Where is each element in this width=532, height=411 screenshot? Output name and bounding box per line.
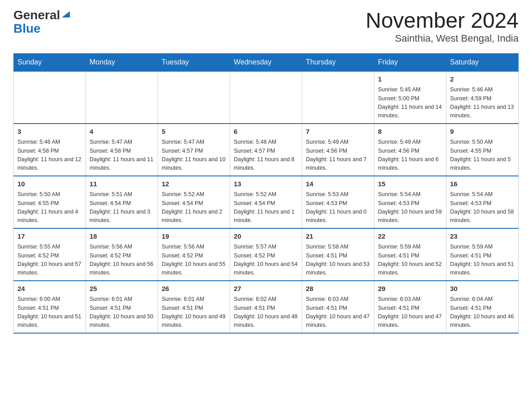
sun-info: Sunrise: 6:03 AMSunset: 4:51 PMDaylight:… (378, 295, 442, 330)
calendar-cell: 20Sunrise: 5:57 AMSunset: 4:52 PMDayligh… (230, 228, 302, 281)
title-section: November 2024 Sainthia, West Bengal, Ind… (365, 9, 519, 44)
day-number: 19 (162, 231, 226, 242)
month-title: November 2024 (365, 9, 519, 33)
sun-info: Sunrise: 5:58 AMSunset: 4:51 PMDaylight:… (306, 243, 370, 278)
sun-info: Sunrise: 5:49 AMSunset: 4:56 PMDaylight:… (378, 138, 442, 173)
column-header-saturday: Saturday (446, 53, 519, 71)
day-number: 7 (306, 127, 370, 137)
calendar-cell (14, 71, 86, 124)
sun-info: Sunrise: 6:03 AMSunset: 4:51 PMDaylight:… (306, 295, 370, 330)
calendar-cell: 9Sunrise: 5:50 AMSunset: 4:55 PMDaylight… (446, 124, 519, 176)
day-number: 15 (378, 179, 442, 189)
calendar-week-row: 10Sunrise: 5:50 AMSunset: 4:55 PMDayligh… (14, 176, 519, 228)
logo: General Blue (13, 9, 71, 36)
sun-info: Sunrise: 5:56 AMSunset: 4:52 PMDaylight:… (90, 243, 154, 278)
calendar-cell (230, 71, 302, 124)
sun-info: Sunrise: 6:02 AMSunset: 4:51 PMDaylight:… (234, 295, 298, 330)
sun-info: Sunrise: 5:59 AMSunset: 4:51 PMDaylight:… (450, 243, 515, 278)
day-number: 22 (378, 231, 442, 242)
day-number: 21 (306, 231, 370, 242)
day-number: 5 (162, 127, 226, 137)
sun-info: Sunrise: 5:46 AMSunset: 4:58 PMDaylight:… (17, 138, 82, 173)
calendar-cell (302, 71, 374, 124)
calendar-cell: 10Sunrise: 5:50 AMSunset: 4:55 PMDayligh… (14, 176, 86, 228)
calendar-table: SundayMondayTuesdayWednesdayThursdayFrid… (13, 53, 519, 334)
day-number: 28 (306, 284, 370, 294)
day-number: 26 (162, 284, 226, 294)
sun-info: Sunrise: 6:00 AMSunset: 4:51 PMDaylight:… (17, 295, 82, 330)
calendar-cell: 25Sunrise: 6:01 AMSunset: 4:51 PMDayligh… (86, 281, 158, 333)
calendar-cell: 14Sunrise: 5:53 AMSunset: 4:53 PMDayligh… (302, 176, 374, 228)
calendar-cell: 7Sunrise: 5:49 AMSunset: 4:56 PMDaylight… (302, 124, 374, 176)
calendar-cell: 19Sunrise: 5:56 AMSunset: 4:52 PMDayligh… (158, 228, 230, 281)
column-header-wednesday: Wednesday (230, 53, 302, 71)
day-number: 14 (306, 179, 370, 189)
calendar-cell: 16Sunrise: 5:54 AMSunset: 4:53 PMDayligh… (446, 176, 519, 228)
day-number: 27 (234, 284, 298, 294)
calendar-cell: 23Sunrise: 5:59 AMSunset: 4:51 PMDayligh… (446, 228, 519, 281)
day-number: 10 (17, 179, 82, 189)
sun-info: Sunrise: 5:59 AMSunset: 4:51 PMDaylight:… (378, 243, 442, 278)
sun-info: Sunrise: 5:50 AMSunset: 4:55 PMDaylight:… (450, 138, 515, 173)
logo-blue: Blue (13, 21, 71, 36)
sun-info: Sunrise: 5:45 AMSunset: 5:00 PMDaylight:… (378, 86, 442, 120)
calendar-cell: 12Sunrise: 5:52 AMSunset: 4:54 PMDayligh… (158, 176, 230, 228)
calendar-cell: 11Sunrise: 5:51 AMSunset: 4:54 PMDayligh… (86, 176, 158, 228)
calendar-cell: 13Sunrise: 5:52 AMSunset: 4:54 PMDayligh… (230, 176, 302, 228)
calendar-cell: 29Sunrise: 6:03 AMSunset: 4:51 PMDayligh… (374, 281, 446, 333)
calendar-cell: 15Sunrise: 5:54 AMSunset: 4:53 PMDayligh… (374, 176, 446, 228)
calendar-week-row: 1Sunrise: 5:45 AMSunset: 5:00 PMDaylight… (14, 71, 519, 124)
calendar-header-row: SundayMondayTuesdayWednesdayThursdayFrid… (14, 53, 519, 71)
day-number: 12 (162, 179, 226, 189)
column-header-sunday: Sunday (14, 53, 86, 71)
day-number: 20 (234, 231, 298, 242)
column-header-friday: Friday (374, 53, 446, 71)
day-number: 24 (17, 284, 82, 294)
calendar-cell: 26Sunrise: 6:01 AMSunset: 4:51 PMDayligh… (158, 281, 230, 333)
sun-info: Sunrise: 5:56 AMSunset: 4:52 PMDaylight:… (162, 243, 226, 278)
calendar-cell: 22Sunrise: 5:59 AMSunset: 4:51 PMDayligh… (374, 228, 446, 281)
calendar-cell: 27Sunrise: 6:02 AMSunset: 4:51 PMDayligh… (230, 281, 302, 333)
sun-info: Sunrise: 5:48 AMSunset: 4:57 PMDaylight:… (234, 138, 298, 173)
sun-info: Sunrise: 5:57 AMSunset: 4:52 PMDaylight:… (234, 243, 298, 278)
calendar-cell: 30Sunrise: 6:04 AMSunset: 4:51 PMDayligh… (446, 281, 519, 333)
calendar-week-row: 3Sunrise: 5:46 AMSunset: 4:58 PMDaylight… (14, 124, 519, 176)
sun-info: Sunrise: 6:01 AMSunset: 4:51 PMDaylight:… (162, 295, 226, 330)
svg-marker-0 (62, 11, 70, 17)
sun-info: Sunrise: 5:49 AMSunset: 4:56 PMDaylight:… (306, 138, 370, 173)
calendar-week-row: 24Sunrise: 6:00 AMSunset: 4:51 PMDayligh… (14, 281, 519, 333)
sun-info: Sunrise: 5:52 AMSunset: 4:54 PMDaylight:… (234, 190, 298, 225)
calendar-cell (158, 71, 230, 124)
day-number: 29 (378, 284, 442, 294)
calendar-cell: 1Sunrise: 5:45 AMSunset: 5:00 PMDaylight… (374, 71, 446, 124)
calendar-cell: 8Sunrise: 5:49 AMSunset: 4:56 PMDaylight… (374, 124, 446, 176)
day-number: 18 (90, 231, 154, 242)
calendar-cell: 18Sunrise: 5:56 AMSunset: 4:52 PMDayligh… (86, 228, 158, 281)
sun-info: Sunrise: 5:55 AMSunset: 4:52 PMDaylight:… (17, 243, 82, 278)
day-number: 1 (378, 74, 442, 85)
sun-info: Sunrise: 5:54 AMSunset: 4:53 PMDaylight:… (378, 190, 442, 225)
page-header: General Blue November 2024 Sainthia, Wes… (13, 9, 519, 44)
calendar-cell (86, 71, 158, 124)
column-header-thursday: Thursday (302, 53, 374, 71)
calendar-cell: 2Sunrise: 5:46 AMSunset: 4:59 PMDaylight… (446, 71, 519, 124)
day-number: 23 (450, 231, 515, 242)
day-number: 11 (90, 179, 154, 189)
calendar-week-row: 17Sunrise: 5:55 AMSunset: 4:52 PMDayligh… (14, 228, 519, 281)
logo-triangle-icon (61, 9, 71, 19)
day-number: 30 (450, 284, 515, 294)
day-number: 13 (234, 179, 298, 189)
sun-info: Sunrise: 5:47 AMSunset: 4:58 PMDaylight:… (90, 138, 154, 173)
day-number: 9 (450, 127, 515, 137)
location-title: Sainthia, West Bengal, India (365, 33, 519, 44)
calendar-cell: 4Sunrise: 5:47 AMSunset: 4:58 PMDaylight… (86, 124, 158, 176)
column-header-monday: Monday (86, 53, 158, 71)
column-header-tuesday: Tuesday (158, 53, 230, 71)
calendar-cell: 3Sunrise: 5:46 AMSunset: 4:58 PMDaylight… (14, 124, 86, 176)
sun-info: Sunrise: 5:50 AMSunset: 4:55 PMDaylight:… (17, 190, 82, 225)
day-number: 3 (17, 127, 82, 137)
day-number: 16 (450, 179, 515, 189)
day-number: 4 (90, 127, 154, 137)
calendar-cell: 24Sunrise: 6:00 AMSunset: 4:51 PMDayligh… (14, 281, 86, 333)
sun-info: Sunrise: 6:04 AMSunset: 4:51 PMDaylight:… (450, 295, 515, 330)
